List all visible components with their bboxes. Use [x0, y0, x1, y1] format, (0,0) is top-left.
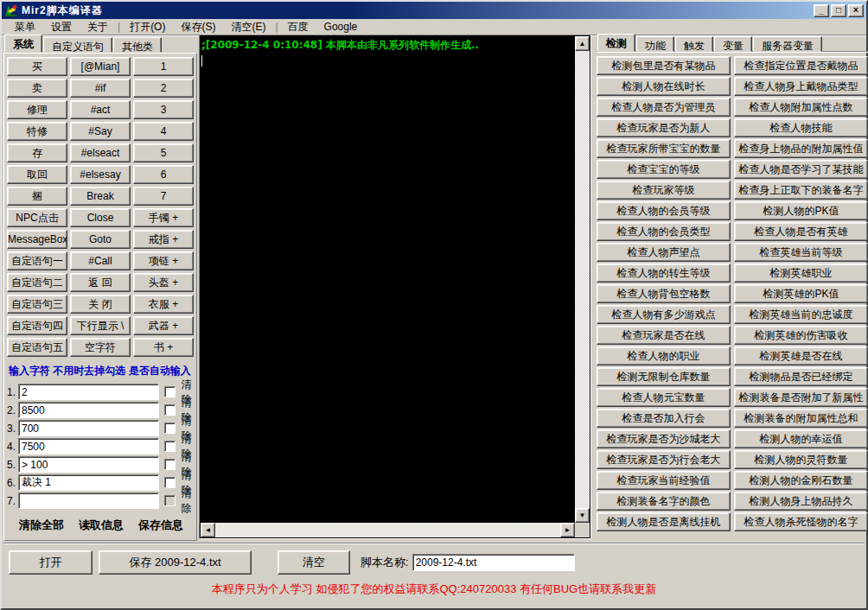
menu-item-settings[interactable]: 设置	[43, 18, 80, 36]
scroll-left-icon[interactable]: ◄	[201, 523, 215, 537]
menu-item-open[interactable]: 打开(O)	[122, 18, 173, 36]
detect-function-button[interactable]: 检查人物有多少游戏点	[597, 305, 731, 324]
close-button[interactable]: ×	[848, 4, 864, 17]
detect-function-button[interactable]: 检查英雄当前等级	[734, 243, 868, 262]
script-command-button[interactable]: 下行显示 \	[70, 316, 131, 335]
auto-input-checkbox[interactable]	[164, 386, 176, 397]
read-info-label[interactable]: 读取信息	[79, 518, 124, 533]
script-command-button[interactable]: 修理	[7, 100, 67, 119]
auto-input-field[interactable]	[18, 474, 159, 491]
menu-item-baidu[interactable]: 百度	[280, 18, 316, 36]
script-command-button[interactable]: 3	[133, 100, 194, 119]
detect-function-button[interactable]: 检测人物的幸运值	[734, 429, 868, 448]
menu-item-menu[interactable]: 菜单	[7, 18, 43, 36]
detect-function-button[interactable]: 检测英雄的伤害吸收	[734, 326, 868, 345]
script-command-button[interactable]: #Call	[70, 251, 131, 270]
script-command-button[interactable]: [@Mian]	[70, 57, 131, 76]
script-command-button[interactable]: 存	[7, 143, 67, 162]
detect-function-button[interactable]: 检查是否加入行会	[597, 409, 731, 428]
save-info-label[interactable]: 保存信息	[138, 518, 183, 533]
auto-input-field[interactable]	[18, 438, 159, 454]
script-command-button[interactable]: 6	[133, 165, 194, 184]
menu-item-clear[interactable]: 清空(E)	[223, 18, 273, 36]
script-command-button[interactable]: 头盔 +	[133, 273, 194, 292]
vertical-scroll-track[interactable]	[575, 51, 590, 508]
maximize-button[interactable]: □	[831, 4, 846, 17]
save-button[interactable]: 保存 2009-12-4.txt	[99, 550, 252, 575]
detect-function-button[interactable]: 检查人物的会员类型	[597, 222, 731, 241]
detect-function-button[interactable]: 检查人物的转生等级	[597, 264, 731, 283]
script-command-button[interactable]: 捆	[7, 187, 67, 206]
detect-function-button[interactable]: 检查玩家等级	[597, 181, 731, 200]
detect-function-button[interactable]: 检测人物的PK值	[734, 201, 868, 220]
tab-custom-statements[interactable]: 自定义语句	[43, 37, 112, 53]
detect-function-button[interactable]: 检测装备是否附加了新属性	[734, 388, 868, 407]
tab-system[interactable]: 系统	[4, 35, 42, 53]
script-command-button[interactable]: Goto	[70, 230, 131, 249]
script-command-button[interactable]: #if	[70, 79, 131, 98]
open-button[interactable]: 打开	[9, 550, 93, 575]
detect-function-button[interactable]: 检查人物是否学习了某技能	[734, 160, 868, 179]
detect-function-button[interactable]: 检测英雄是否在线	[734, 346, 868, 365]
script-command-button[interactable]: 衣服 +	[133, 295, 194, 314]
detect-function-button[interactable]: 检查人物声望点	[597, 243, 731, 262]
script-command-button[interactable]: Close	[70, 208, 131, 227]
detect-function-button[interactable]: 检查玩家当前经验值	[597, 471, 731, 490]
auto-input-field[interactable]	[18, 420, 159, 436]
detect-function-button[interactable]: 检查人物背包空格数	[597, 284, 731, 303]
script-command-button[interactable]: 取回	[7, 165, 67, 184]
detect-function-button[interactable]: 检测装备名字的颜色	[597, 492, 731, 511]
scroll-up-icon[interactable]: ▲	[575, 36, 590, 51]
horizontal-scroll-track[interactable]	[215, 523, 560, 537]
detect-function-button[interactable]: 检查玩家是否为行会老大	[597, 450, 731, 469]
detect-function-button[interactable]: 检测装备的附加属性总和	[734, 409, 868, 428]
auto-input-field[interactable]	[18, 384, 159, 400]
detect-function-button[interactable]: 检查人物是否有英雄	[734, 222, 868, 241]
menu-item-save[interactable]: 保存(S)	[173, 18, 223, 36]
clear-all-label[interactable]: 清除全部	[19, 518, 64, 533]
auto-input-checkbox[interactable]	[164, 477, 176, 488]
detect-function-button[interactable]: 检查玩家是否在线	[597, 326, 731, 345]
detect-function-button[interactable]: 检查人物附加属性点数	[734, 98, 868, 117]
detect-function-button[interactable]: 检查玩家是否为新人	[597, 118, 731, 137]
auto-input-field[interactable]	[18, 402, 159, 418]
script-command-button[interactable]: 5	[133, 143, 194, 162]
detect-function-button[interactable]: 检查人物杀死怪物的名字	[734, 512, 868, 531]
detect-function-button[interactable]: 检查身上正取下的装备名字	[734, 181, 868, 200]
script-command-button[interactable]: 书 +	[133, 338, 194, 357]
detect-function-button[interactable]: 检测包里是否有某物品	[597, 56, 731, 75]
scroll-down-icon[interactable]: ▼	[575, 508, 590, 523]
script-command-button[interactable]: 自定语句五	[7, 338, 67, 357]
script-command-button[interactable]: 1	[133, 57, 194, 76]
detect-function-button[interactable]: 检查身上物品的附加属性值	[734, 139, 868, 158]
detect-function-button[interactable]: 检测人物在线时长	[597, 77, 731, 96]
clear-button[interactable]: 清空	[278, 550, 350, 575]
script-command-button[interactable]: Break	[70, 187, 131, 206]
detect-function-button[interactable]: 检测无限制仓库数量	[597, 367, 731, 386]
script-command-button[interactable]: 买	[7, 57, 67, 76]
script-command-button[interactable]: 戒指 +	[133, 230, 194, 249]
detect-function-button[interactable]: 检测人物身上物品持久	[734, 492, 868, 511]
script-command-button[interactable]: 4	[133, 122, 194, 141]
tab-function[interactable]: 功能	[636, 36, 674, 52]
script-command-button[interactable]: 自定语句二	[7, 273, 67, 292]
auto-input-checkbox[interactable]	[164, 495, 176, 506]
script-command-button[interactable]: 卖	[7, 79, 67, 98]
detect-function-button[interactable]: 检测英雄的PK值	[734, 284, 868, 303]
detect-function-button[interactable]: 检查指定位置是否戴物品	[734, 56, 868, 75]
scroll-right-icon[interactable]: ►	[560, 523, 575, 537]
detect-function-button[interactable]: 检测英雄当前的忠诚度	[734, 305, 868, 324]
tab-other[interactable]: 其他类	[113, 37, 162, 53]
detect-function-button[interactable]: 检测物品是否已经绑定	[734, 367, 868, 386]
auto-input-checkbox[interactable]	[164, 441, 176, 452]
script-command-button[interactable]: 自定语句一	[7, 251, 67, 270]
script-command-button[interactable]: 武器 +	[133, 316, 194, 335]
tab-trigger[interactable]: 触发	[675, 36, 713, 52]
script-command-button[interactable]: #Say	[70, 122, 131, 141]
tab-detect[interactable]: 检测	[597, 34, 635, 52]
auto-input-field[interactable]	[18, 456, 159, 473]
script-command-button[interactable]: #elseact	[70, 143, 131, 162]
script-command-button[interactable]: #act	[70, 100, 131, 119]
detect-function-button[interactable]: 检查玩家所带宝宝的数量	[597, 139, 731, 158]
detect-function-button[interactable]: 检查人物元宝数量	[597, 388, 731, 407]
